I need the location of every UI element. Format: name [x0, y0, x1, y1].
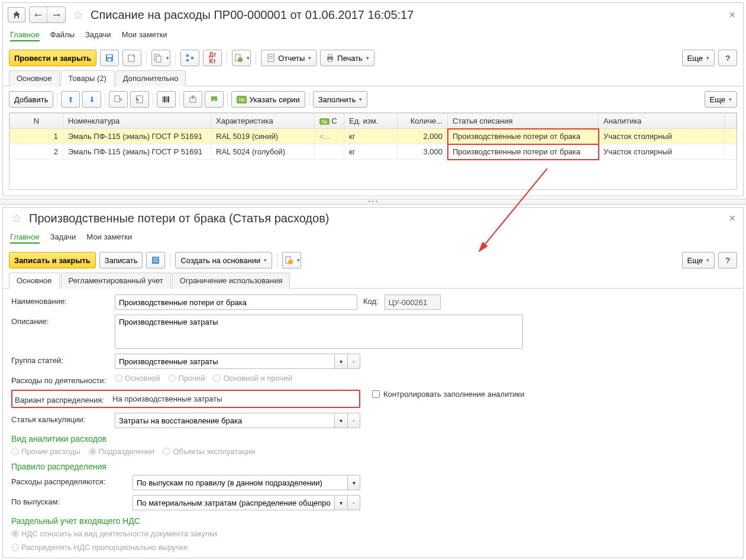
tab-tasks[interactable]: Задачи — [85, 29, 111, 41]
calc-item-field[interactable] — [115, 413, 334, 428]
svg-point-32 — [288, 260, 293, 264]
save-button-bottom[interactable]: Записать — [99, 252, 143, 268]
group-field[interactable] — [115, 354, 334, 369]
distby-dropdown-button[interactable]: ▾ — [347, 475, 360, 490]
label-dist-by: Расходы распределяются: — [11, 475, 127, 486]
barcode-button[interactable] — [157, 91, 176, 108]
fill-button[interactable]: Заполнить▾ — [313, 91, 368, 108]
btab-tasks[interactable]: Задачи — [50, 231, 76, 244]
svg-point-10 — [238, 57, 243, 62]
section-vat: Раздельный учет входящего НДС — [11, 516, 735, 526]
create-from-button[interactable]: ▾ — [232, 50, 251, 66]
col-analytics[interactable]: Аналитика — [599, 114, 725, 129]
grid-paste-button[interactable] — [130, 91, 149, 108]
more-button[interactable]: Еще▾ — [682, 50, 715, 66]
structure-button[interactable] — [180, 50, 199, 66]
help-button-bottom[interactable]: ? — [718, 252, 737, 268]
specify-series-button[interactable]: №Указать серии — [231, 91, 305, 108]
group-open-button[interactable]: ▫ — [347, 354, 360, 369]
col-c[interactable]: № С — [315, 114, 344, 129]
analytics-radio-dept — [89, 448, 96, 455]
col-nomenclature[interactable]: Номенклатура — [63, 114, 211, 129]
export-button[interactable] — [205, 91, 224, 108]
bsubtab-reg[interactable]: Регламентированный учет — [61, 273, 171, 289]
grid-more-button[interactable]: Еще▾ — [705, 91, 737, 108]
back-button[interactable]: 🡐 — [30, 7, 47, 22]
label-activity: Расходы по деятельности: — [11, 374, 109, 385]
reports-button[interactable]: Отчеты▾ — [261, 50, 317, 66]
table-row[interactable]: 1 Эмаль ПФ-115 (эмаль) ГОСТ Р 51691 RAL … — [10, 129, 737, 144]
home-button[interactable] — [8, 7, 25, 22]
name-field[interactable] — [115, 294, 357, 310]
svg-rect-16 — [328, 59, 332, 61]
post-and-close-button[interactable]: Провести и закрыть — [9, 50, 96, 66]
control-analytics-checkbox[interactable] — [372, 390, 380, 398]
bsubtab-main[interactable]: Основное — [9, 273, 60, 289]
create-from-button-bottom[interactable]: Создать на основании▾ — [175, 252, 272, 268]
col-unit[interactable]: Ед. изм. — [344, 114, 398, 129]
list-button[interactable] — [146, 252, 165, 268]
btab-main[interactable]: Главное — [10, 231, 40, 244]
bottom-close-button[interactable]: ✕ — [726, 211, 738, 225]
label-desc: Описание: — [11, 315, 109, 326]
analytics-radio-objects — [163, 448, 170, 455]
print-button[interactable]: Печать▾ — [320, 50, 374, 66]
bottom-toolbar: Записать и закрыть Записать Создать на о… — [3, 248, 743, 272]
svg-rect-5 — [156, 56, 161, 62]
import-button[interactable] — [183, 91, 202, 108]
forward-button[interactable]: 🡒 — [47, 7, 65, 22]
dist-by-field[interactable] — [133, 475, 347, 490]
svg-rect-29 — [153, 260, 158, 260]
col-extra[interactable] — [725, 114, 737, 129]
output-open-button[interactable]: ▫ — [347, 495, 360, 510]
tab-main[interactable]: Главное — [10, 29, 40, 41]
svg-rect-1 — [107, 55, 112, 57]
output-dropdown-button[interactable]: ▾ — [334, 495, 347, 510]
move-down-button[interactable]: ⬇ — [82, 91, 101, 108]
tab-notes[interactable]: Мои заметки — [122, 29, 167, 41]
code-field[interactable] — [385, 294, 441, 310]
label-code: Код: — [363, 294, 379, 306]
attach-button[interactable]: ▾ — [282, 252, 301, 268]
grid-copy-button[interactable] — [109, 91, 128, 108]
col-characteristic[interactable]: Характеристика — [211, 114, 315, 129]
label-group: Группа статей: — [11, 354, 109, 365]
btab-notes[interactable]: Мои заметки — [86, 231, 132, 244]
subtab-goods[interactable]: Товары (2) — [61, 70, 114, 86]
save-button[interactable] — [100, 50, 119, 66]
description-field[interactable] — [115, 315, 523, 349]
bsubtab-restrict[interactable]: Ограничение использования — [172, 273, 290, 289]
favorite-icon-bottom[interactable]: ☆ — [8, 211, 25, 225]
group-dropdown-button[interactable]: ▾ — [334, 354, 347, 369]
svg-rect-8 — [191, 57, 193, 59]
by-output-field[interactable] — [133, 495, 334, 510]
calc-dropdown-button[interactable]: ▾ — [334, 413, 347, 428]
label-name: Наименование: — [11, 294, 109, 306]
subtab-additional[interactable]: Дополнительно — [115, 70, 186, 86]
col-quantity[interactable]: Количе... — [398, 114, 448, 129]
svg-rect-23 — [168, 96, 169, 102]
table-row[interactable]: 2 Эмаль ПФ-115 (эмаль) ГОСТ Р 51691 RAL … — [10, 144, 737, 160]
move-up-button[interactable]: ⬆ — [61, 91, 80, 108]
top-toolbar: Провести и закрыть ▾ ДтКт ▾ Отчеты▾ Печа… — [3, 46, 743, 70]
top-nav-tabs: Главное Файлы Задачи Мои заметки — [3, 27, 743, 46]
favorite-icon[interactable]: ☆ — [69, 8, 87, 22]
help-button[interactable]: ? — [718, 50, 737, 66]
svg-rect-7 — [186, 59, 189, 61]
dk-button[interactable]: ДтКт — [203, 50, 222, 66]
save-and-close-button[interactable]: Записать и закрыть — [9, 252, 96, 268]
add-row-button[interactable]: Добавить — [9, 91, 53, 108]
section-analytics-kind: Вид аналитики расходов — [11, 434, 735, 444]
splitter[interactable]: • • • — [0, 199, 746, 205]
bottom-titlebar: ☆ Производственные потери от брака (Стат… — [3, 208, 743, 229]
copy-button[interactable]: ▾ — [151, 50, 170, 66]
calc-open-button[interactable]: ▫ — [347, 413, 360, 428]
top-close-button[interactable]: ✕ — [726, 8, 738, 22]
col-n[interactable]: N — [10, 114, 63, 129]
post-button[interactable] — [122, 50, 141, 66]
more-button-bottom[interactable]: Еще▾ — [682, 252, 715, 268]
tab-files[interactable]: Файлы — [50, 29, 75, 41]
subtab-main[interactable]: Основное — [9, 70, 60, 86]
table-header-row: N Номенклатура Характеристика № С Ед. из… — [10, 114, 737, 129]
col-writeoff[interactable]: Статья списания — [448, 114, 599, 129]
